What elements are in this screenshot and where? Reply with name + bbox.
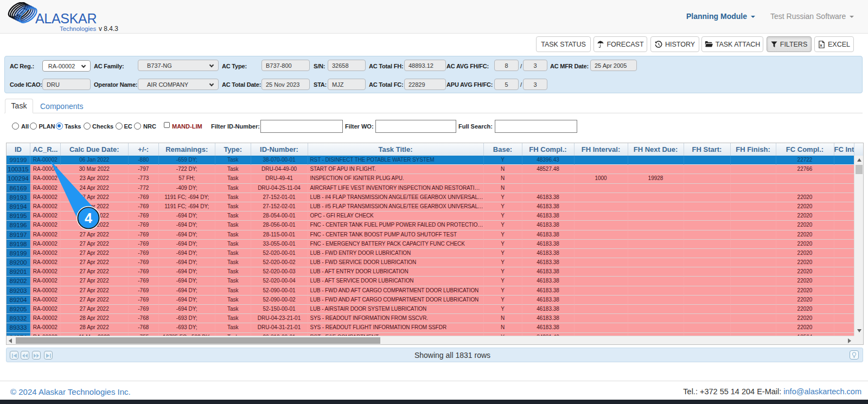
svg-text:ALASKAR: ALASKAR [35, 11, 97, 26]
svg-text:v 8.4.3: v 8.4.3 [99, 25, 118, 33]
svg-text:x: x [820, 42, 822, 47]
svg-text:Technologies: Technologies [60, 25, 96, 32]
